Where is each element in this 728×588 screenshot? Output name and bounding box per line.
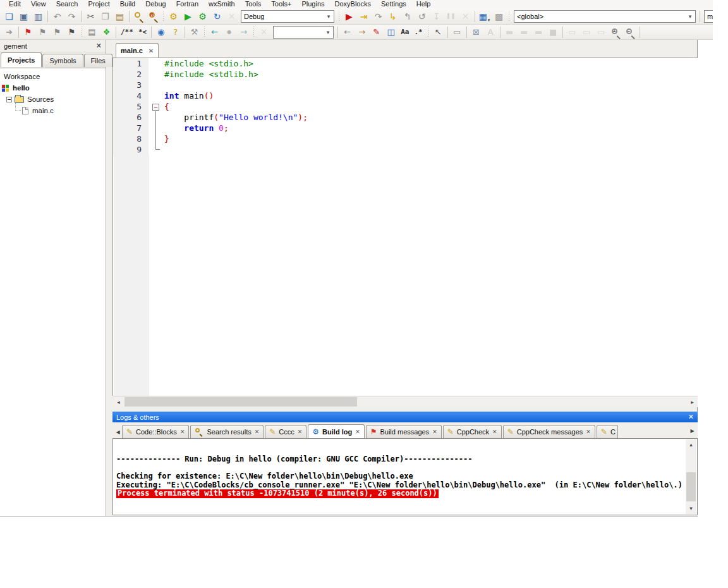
- regex-icon[interactable]: .*: [411, 26, 425, 39]
- logs-tab-cccc[interactable]: ✎Cccc✕: [265, 425, 306, 438]
- prev-bookmark-icon[interactable]: ⚑: [35, 26, 50, 39]
- scrollbar-thumb[interactable]: [124, 397, 357, 407]
- replace-icon[interactable]: R: [146, 9, 161, 23]
- tree-item-workspace[interactable]: Workspace: [0, 71, 106, 82]
- scroll-left-icon[interactable]: ◂: [113, 396, 124, 407]
- tab-close-icon[interactable]: ✕: [180, 429, 185, 435]
- save-all-icon[interactable]: ▥: [31, 9, 46, 23]
- tab-close-icon[interactable]: ✕: [149, 47, 154, 54]
- menu-tools[interactable]: Tools: [240, 0, 267, 8]
- scroll-right-icon[interactable]: ▸: [687, 396, 698, 407]
- management-tab-symbols[interactable]: Symbols: [42, 54, 83, 67]
- combo-dropdown-icon[interactable]: ▾: [323, 29, 333, 35]
- menu-debug[interactable]: Debug: [140, 0, 171, 8]
- doxy-block-comment-icon[interactable]: /**: [118, 26, 136, 39]
- doxy-line-comment-icon[interactable]: *<: [136, 26, 149, 39]
- build-icon[interactable]: ⚙: [166, 9, 181, 23]
- run-to-cursor-icon[interactable]: ⇥: [356, 9, 371, 23]
- code-line[interactable]: 1#include <stdio.h>: [113, 58, 698, 69]
- incsearch-input[interactable]: ▾: [273, 26, 334, 39]
- doxyblocks-blocks-icon[interactable]: ❖: [99, 26, 114, 39]
- clear-bookmarks-icon[interactable]: ⚑: [64, 26, 79, 39]
- menu-settings[interactable]: Settings: [376, 0, 411, 8]
- code-line[interactable]: 3: [113, 80, 698, 90]
- code-editor[interactable]: 1#include <stdio.h>2#include <stdlib.h>3…: [112, 58, 698, 396]
- scroll-up-icon[interactable]: ▴: [686, 439, 696, 450]
- symbol-scope-select[interactable]: <global>▾: [514, 10, 696, 23]
- menu-tools-[interactable]: Tools+: [266, 0, 296, 8]
- menu-edit[interactable]: Edit: [4, 0, 26, 8]
- browse-marker-icon[interactable]: ●: [222, 26, 236, 39]
- doxygen-help-icon[interactable]: ?: [168, 26, 183, 39]
- menu-search[interactable]: Search: [51, 0, 83, 8]
- scrollbar-thumb[interactable]: [686, 472, 696, 501]
- open-functions-select[interactable]: ma▾: [704, 10, 713, 23]
- management-close-icon[interactable]: ✕: [96, 42, 102, 50]
- logs-vertical-scrollbar[interactable]: ▴ ▾: [686, 439, 696, 514]
- debug-continue-icon[interactable]: ▶: [342, 9, 356, 23]
- various-info-icon[interactable]: ▩: [492, 9, 506, 23]
- cut-icon[interactable]: ✂: [83, 9, 98, 23]
- menu-wxsmith[interactable]: wxSmith: [203, 0, 240, 8]
- menu-help[interactable]: Help: [411, 0, 436, 8]
- logs-tab-build-messages[interactable]: ⚑Build messages✕: [366, 425, 442, 438]
- combo-dropdown-icon[interactable]: ▾: [324, 13, 334, 20]
- tab-close-icon[interactable]: ✕: [492, 429, 497, 435]
- browse-back-icon[interactable]: ←: [207, 26, 222, 39]
- menu-doxyblocks[interactable]: DoxyBlocks: [330, 0, 376, 8]
- find-icon[interactable]: [131, 9, 146, 23]
- tree-item-project-hello[interactable]: hello: [0, 82, 106, 94]
- build-and-run-icon[interactable]: ⚙: [195, 9, 210, 23]
- incsearch-next-icon[interactable]: →: [355, 26, 369, 39]
- fold-margin[interactable]: [149, 101, 164, 112]
- run-icon[interactable]: ▶: [181, 9, 195, 23]
- tab-scroll-right-icon[interactable]: ▶: [688, 424, 696, 437]
- logs-close-icon[interactable]: ✕: [688, 413, 694, 421]
- step-into-icon[interactable]: ↳: [385, 9, 400, 23]
- wxsmith-pointer-icon[interactable]: ↖: [431, 26, 446, 39]
- code-line[interactable]: 6 printf("Hello world!\n");: [113, 112, 698, 123]
- toggle-bookmark-icon[interactable]: ⚑: [21, 26, 35, 39]
- code-line[interactable]: 2#include <stdlib.h>: [113, 69, 698, 80]
- new-file-icon[interactable]: ❏: [2, 9, 16, 23]
- rebuild-icon[interactable]: ↻: [210, 9, 224, 23]
- redo-icon[interactable]: ↷: [64, 9, 79, 23]
- code-line[interactable]: 5{: [113, 101, 698, 112]
- undo-icon[interactable]: ↶: [50, 9, 64, 23]
- wxsmith-sizer-icon[interactable]: ⊠: [469, 26, 483, 39]
- menu-build[interactable]: Build: [115, 0, 140, 8]
- tree-item-main-c[interactable]: main.c: [0, 105, 106, 116]
- logs-tab-search-results[interactable]: Search results✕: [190, 425, 264, 438]
- tab-close-icon[interactable]: ✕: [298, 429, 303, 435]
- menu-fortran[interactable]: Fortran: [171, 0, 203, 8]
- selected-text-icon[interactable]: ◫: [384, 26, 398, 39]
- logs-tab-cppcheck-messages[interactable]: ✎CppCheck messages✕: [503, 425, 595, 438]
- code-line[interactable]: 7 return 0;: [113, 123, 698, 133]
- wxsmith-window-icon[interactable]: ▭: [450, 26, 464, 39]
- editor-horizontal-scrollbar[interactable]: ◂ ▸: [113, 396, 698, 407]
- tab-close-icon[interactable]: ✕: [432, 429, 437, 435]
- menu-project[interactable]: Project: [83, 0, 114, 8]
- doxywizard-icon[interactable]: ◉: [154, 26, 168, 39]
- collapse-expander-icon[interactable]: [6, 97, 12, 102]
- logs-tab-c[interactable]: ✎C: [597, 425, 618, 438]
- incsearch-prev-icon[interactable]: ←: [340, 26, 355, 39]
- tab-close-icon[interactable]: ✕: [586, 429, 591, 435]
- zoom-in-icon[interactable]: +: [609, 26, 623, 39]
- compiler-target-select[interactable]: Debug▾: [241, 10, 334, 23]
- combo-dropdown-icon[interactable]: ▾: [685, 13, 695, 20]
- goto-line-icon[interactable]: ➜: [2, 26, 16, 39]
- doxyblocks-extract-icon[interactable]: ▤: [85, 26, 99, 39]
- tab-close-icon[interactable]: ✕: [355, 429, 360, 435]
- step-out-icon[interactable]: ↰: [400, 9, 415, 23]
- next-line-icon[interactable]: ↷: [371, 9, 385, 23]
- code-line[interactable]: 4int main(): [113, 90, 698, 101]
- tab-close-icon[interactable]: ✕: [255, 429, 260, 435]
- doxyblocks-settings-icon[interactable]: ⚒: [187, 26, 202, 39]
- debugging-windows-icon[interactable]: ▦▾: [477, 9, 492, 23]
- management-tab-projects[interactable]: Projects: [1, 52, 42, 67]
- match-case-icon[interactable]: Aa: [398, 26, 411, 39]
- editor-tab-main-c[interactable]: main.c ✕: [116, 43, 159, 58]
- menu-view[interactable]: View: [26, 0, 51, 8]
- tab-scroll-left-icon[interactable]: ◀: [114, 426, 122, 438]
